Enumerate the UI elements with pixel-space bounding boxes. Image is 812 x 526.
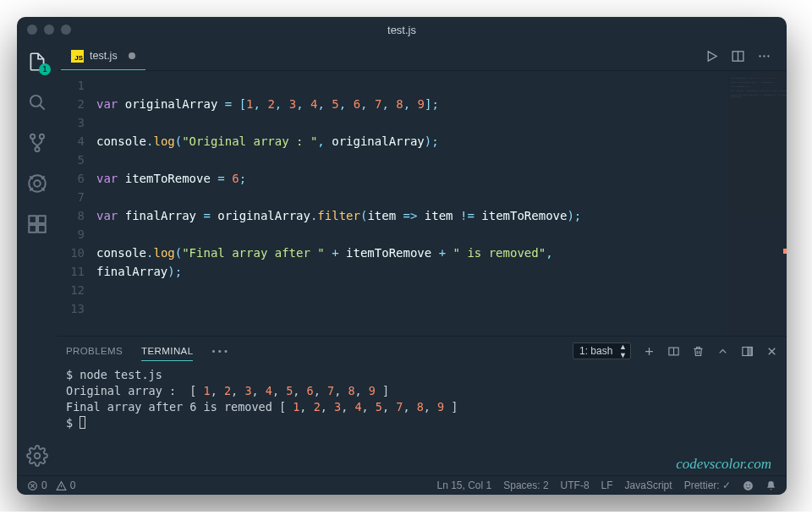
status-language[interactable]: JavaScript	[625, 479, 672, 491]
tab-bar: JS test.js	[58, 42, 787, 71]
svg-point-2	[40, 134, 44, 139]
status-bar: 0 0 Ln 15, Col 1 Spaces: 2 UTF-8 LF Java…	[17, 475, 787, 495]
status-prettier[interactable]: Prettier: ✓	[684, 479, 731, 491]
editor-actions	[705, 49, 787, 63]
line-numbers: 12345678910111213	[58, 76, 96, 336]
status-eol[interactable]: LF	[601, 479, 613, 491]
svg-point-14	[767, 55, 769, 57]
watermark: codevscolor.com	[676, 456, 771, 473]
code-editor[interactable]: 12345678910111213 var originalArray = [1…	[58, 71, 727, 336]
maximize-panel-icon[interactable]	[716, 345, 729, 358]
explorer-badge: 1	[39, 63, 51, 75]
svg-point-0	[30, 96, 41, 107]
move-panel-icon[interactable]	[741, 345, 754, 358]
code-content[interactable]: var originalArray = [1, 2, 3, 4, 5, 6, 7…	[96, 76, 727, 336]
close-panel-icon[interactable]	[765, 345, 778, 358]
titlebar: test.js	[17, 17, 787, 42]
svg-point-3	[35, 147, 39, 151]
status-errors[interactable]: 0	[27, 479, 47, 491]
svg-point-5	[34, 180, 41, 187]
svg-rect-7	[29, 225, 36, 233]
settings-gear-icon[interactable]	[26, 445, 48, 467]
panel-tabs-more-icon[interactable]: • • •	[211, 346, 227, 356]
svg-point-1	[30, 134, 35, 139]
minimap[interactable]: var originalArray = [1, 2, 3, 4, 5, 6, 7…	[727, 71, 787, 336]
kill-terminal-icon[interactable]	[692, 345, 705, 358]
more-actions-icon[interactable]	[757, 49, 771, 63]
extensions-icon[interactable]	[26, 213, 48, 235]
svg-point-10	[35, 453, 41, 459]
svg-rect-9	[38, 216, 46, 223]
run-icon[interactable]	[705, 49, 719, 63]
source-control-icon[interactable]	[26, 132, 48, 154]
status-feedback-icon[interactable]	[743, 480, 754, 491]
bottom-panel: PROBLEMS TERMINAL • • • 1: bash ▲▼	[58, 336, 787, 475]
overview-marker	[783, 249, 787, 254]
panel-tab-terminal[interactable]: TERMINAL	[141, 346, 193, 361]
status-cursor-position[interactable]: Ln 15, Col 1	[437, 479, 492, 491]
dirty-indicator-icon	[129, 52, 135, 59]
tab-test-js[interactable]: JS test.js	[61, 42, 145, 70]
status-encoding[interactable]: UTF-8	[561, 479, 590, 491]
terminal-selector[interactable]: 1: bash	[573, 342, 631, 359]
svg-point-21	[749, 484, 750, 485]
editor-window: test.js 1	[17, 17, 787, 495]
debug-icon[interactable]	[26, 173, 48, 195]
split-editor-icon[interactable]	[731, 49, 745, 63]
svg-point-20	[746, 484, 747, 485]
status-warnings[interactable]: 0	[56, 479, 76, 491]
search-icon[interactable]	[26, 91, 48, 113]
svg-point-13	[763, 55, 765, 57]
svg-rect-17	[748, 347, 752, 355]
svg-point-19	[743, 481, 753, 490]
new-terminal-icon[interactable]	[643, 345, 656, 358]
split-terminal-icon[interactable]	[667, 345, 680, 358]
svg-rect-6	[29, 216, 36, 223]
svg-rect-8	[38, 225, 46, 233]
tab-label: test.js	[90, 50, 118, 62]
panel-tab-problems[interactable]: PROBLEMS	[66, 346, 123, 356]
window-title: test.js	[17, 24, 787, 36]
explorer-icon[interactable]: 1	[26, 51, 48, 73]
js-file-icon: JS	[71, 50, 84, 63]
status-indentation[interactable]: Spaces: 2	[503, 479, 548, 491]
svg-point-12	[759, 55, 760, 57]
status-notifications-icon[interactable]	[765, 480, 776, 491]
activity-bar: 1	[17, 42, 58, 475]
